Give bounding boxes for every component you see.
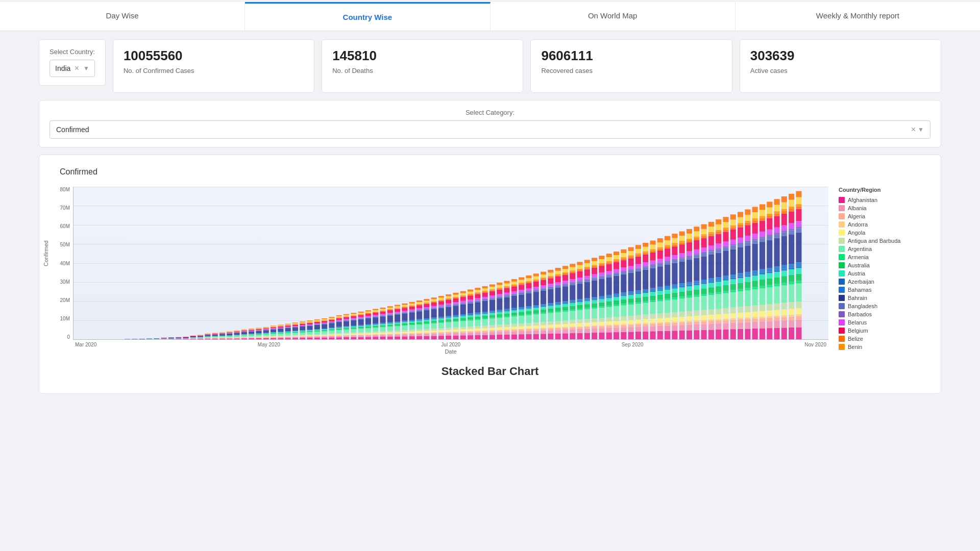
svg-rect-740 (475, 292, 480, 293)
svg-rect-1270 (665, 323, 670, 325)
chart-legend[interactable]: Country/Region Afghanistan Albania Alger… (839, 187, 930, 350)
svg-rect-773 (489, 313, 495, 315)
svg-rect-1186 (635, 324, 641, 327)
svg-rect-365 (351, 337, 356, 339)
svg-rect-1073 (592, 274, 597, 278)
svg-rect-1583 (774, 328, 780, 339)
svg-rect-1661 (796, 221, 801, 227)
svg-rect-1469 (730, 249, 736, 275)
svg-rect-398 (358, 319, 364, 325)
svg-rect-1114 (606, 274, 612, 275)
svg-rect-1436 (723, 330, 728, 339)
svg-rect-1111 (606, 295, 612, 297)
svg-rect-832 (511, 324, 517, 327)
svg-rect-289 (322, 335, 327, 336)
svg-rect-672 (453, 305, 458, 306)
svg-rect-925 (541, 288, 546, 288)
svg-rect-235 (300, 336, 305, 336)
svg-rect-498 (395, 325, 400, 326)
legend-item: Bangladesh (839, 303, 928, 309)
svg-rect-1227 (650, 327, 655, 332)
svg-rect-422 (365, 316, 371, 317)
tab-weekly-monthly[interactable]: Weekly & Monthly report (736, 2, 980, 31)
svg-rect-1322 (679, 261, 685, 283)
svg-rect-378 (351, 319, 356, 320)
tab-on-world-map[interactable]: On World Map (491, 2, 736, 31)
svg-rect-855 (519, 315, 524, 316)
svg-rect-596 (431, 336, 437, 339)
svg-rect-1118 (606, 261, 612, 263)
svg-rect-1244 (650, 249, 655, 251)
svg-rect-252 (307, 336, 313, 337)
svg-rect-711 (468, 315, 473, 315)
stat-label-confirmed: No. of Confirmed Cases (124, 67, 304, 74)
svg-rect-431 (373, 334, 378, 335)
svg-rect-227 (292, 324, 298, 326)
svg-rect-1077 (592, 261, 597, 265)
tab-country-wise[interactable]: Country Wise (245, 2, 490, 31)
svg-rect-475 (387, 331, 393, 332)
svg-rect-1279 (665, 286, 670, 289)
category-select-box[interactable]: Confirmed × ▼ (50, 120, 930, 139)
svg-rect-224 (292, 327, 298, 331)
tab-day-wise[interactable]: Day Wise (0, 2, 245, 31)
country-clear-icon[interactable]: × (75, 64, 79, 73)
svg-rect-1010 (570, 279, 575, 282)
svg-rect-283 (314, 321, 320, 322)
svg-rect-1385 (701, 256, 707, 280)
legend-color-icon (839, 319, 845, 325)
svg-rect-506 (395, 312, 400, 313)
svg-rect-693 (460, 303, 466, 305)
svg-rect-362 (344, 316, 349, 317)
svg-rect-404 (358, 314, 364, 314)
category-clear-icon[interactable]: × (911, 125, 916, 134)
svg-rect-1401 (708, 293, 714, 295)
svg-rect-297 (322, 323, 327, 324)
svg-rect-843 (511, 286, 517, 291)
svg-rect-445 (373, 312, 378, 313)
svg-rect-1113 (606, 275, 612, 278)
svg-rect-631 (438, 306, 444, 307)
svg-rect-1117 (606, 262, 612, 264)
svg-rect-1307 (672, 243, 677, 244)
svg-rect-1592 (774, 272, 780, 278)
svg-rect-796 (497, 310, 502, 311)
svg-rect-62 (212, 333, 218, 334)
svg-rect-637 (438, 296, 444, 297)
svg-rect-195 (278, 325, 283, 326)
svg-rect-662 (453, 332, 458, 332)
svg-rect-916 (541, 322, 546, 325)
svg-rect-845 (511, 284, 517, 285)
svg-rect-964 (555, 302, 561, 304)
legend-country-name: Armenia (848, 254, 869, 260)
legend-item: Barbados (839, 311, 928, 317)
svg-rect-1481 (738, 318, 743, 319)
svg-rect-55 (212, 338, 218, 338)
svg-rect-400 (358, 318, 364, 319)
svg-rect-12 (168, 338, 174, 339)
svg-rect-1155 (621, 272, 626, 274)
svg-rect-1340 (687, 286, 692, 290)
svg-rect-1064 (592, 309, 597, 318)
svg-rect-476 (387, 327, 393, 331)
svg-rect-545 (409, 312, 415, 320)
svg-rect-335 (336, 322, 342, 327)
svg-rect-668 (453, 317, 458, 319)
stat-card-recovered: 9606111 Recovered cases (530, 39, 732, 93)
svg-rect-1645 (789, 194, 794, 200)
svg-rect-807 (504, 332, 510, 335)
svg-rect-1345 (687, 256, 692, 257)
svg-rect-1616 (781, 236, 787, 265)
country-select-box[interactable]: India × ▼ (50, 60, 95, 77)
svg-rect-819 (504, 295, 510, 297)
svg-rect-1011 (570, 273, 575, 279)
svg-rect-1049 (584, 282, 590, 298)
svg-rect-1405 (708, 279, 714, 282)
svg-rect-597 (431, 334, 437, 336)
legend-color-icon (839, 262, 845, 268)
svg-rect-829 (511, 330, 517, 332)
svg-rect-1148 (621, 306, 626, 316)
svg-rect-169 (271, 334, 276, 334)
svg-rect-1663 (796, 206, 801, 209)
svg-rect-271 (314, 335, 320, 336)
